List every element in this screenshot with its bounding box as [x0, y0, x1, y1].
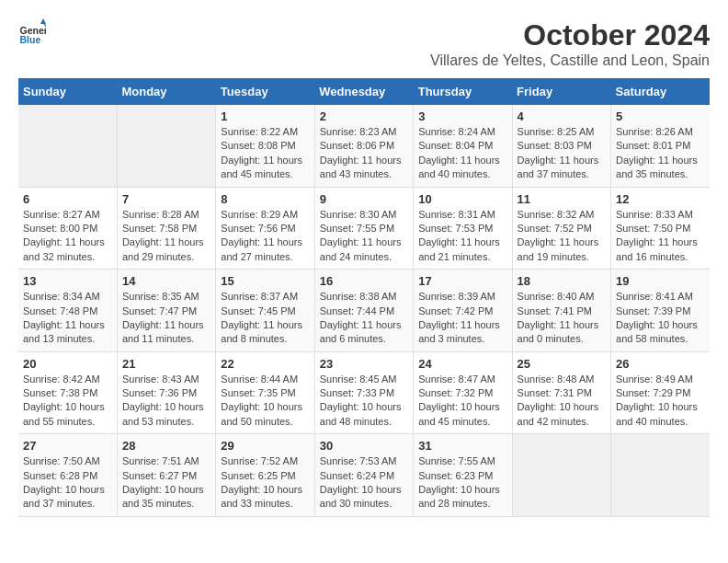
calendar-cell: 14Sunrise: 8:35 AMSunset: 7:47 PMDayligh… [117, 270, 215, 352]
day-number: 11 [518, 192, 606, 206]
month-title: October 2024 [430, 18, 710, 52]
day-number: 12 [616, 192, 705, 206]
calendar-cell: 7Sunrise: 8:28 AMSunset: 7:58 PMDaylight… [117, 187, 215, 270]
cell-info: Sunrise: 8:38 AMSunset: 7:44 PMDaylight:… [320, 290, 408, 347]
location-subtitle: Villares de Yeltes, Castille and Leon, S… [430, 52, 710, 69]
day-number: 19 [616, 274, 705, 288]
day-number: 6 [23, 192, 112, 206]
cell-info: Sunrise: 8:25 AMSunset: 8:03 PMDaylight:… [518, 125, 606, 182]
cell-info: Sunrise: 8:39 AMSunset: 7:42 PMDaylight:… [418, 290, 506, 347]
cell-info: Sunrise: 8:31 AMSunset: 7:53 PMDaylight:… [418, 208, 506, 265]
weekday-header-row: SundayMondayTuesdayWednesdayThursdayFrid… [18, 78, 710, 105]
day-number: 2 [320, 109, 408, 123]
cell-info: Sunrise: 8:35 AMSunset: 7:47 PMDaylight:… [122, 290, 210, 347]
day-number: 15 [221, 274, 309, 288]
calendar-cell: 11Sunrise: 8:32 AMSunset: 7:52 PMDayligh… [512, 187, 610, 270]
logo-icon: General Blue [18, 18, 46, 46]
title-block: October 2024 Villares de Yeltes, Castill… [430, 18, 710, 69]
cell-info: Sunrise: 8:37 AMSunset: 7:45 PMDaylight:… [221, 290, 309, 347]
cell-info: Sunrise: 7:51 AMSunset: 6:27 PMDaylight:… [122, 454, 210, 511]
day-number: 26 [616, 357, 705, 371]
cell-info: Sunrise: 8:32 AMSunset: 7:52 PMDaylight:… [518, 208, 606, 265]
weekday-header-wednesday: Wednesday [314, 78, 413, 105]
logo: General Blue [18, 18, 46, 46]
calendar-cell: 2Sunrise: 8:23 AMSunset: 8:06 PMDaylight… [314, 105, 413, 187]
calendar-cell [512, 434, 610, 517]
day-number: 27 [23, 439, 112, 453]
day-number: 13 [23, 274, 112, 288]
cell-info: Sunrise: 8:30 AMSunset: 7:55 PMDaylight:… [320, 208, 408, 265]
weekday-header-monday: Monday [117, 78, 215, 105]
day-number: 5 [616, 109, 705, 123]
calendar-cell [611, 434, 710, 517]
calendar-cell: 10Sunrise: 8:31 AMSunset: 7:53 PMDayligh… [414, 187, 512, 270]
calendar-cell: 13Sunrise: 8:34 AMSunset: 7:48 PMDayligh… [18, 270, 117, 352]
weekday-header-friday: Friday [512, 78, 610, 105]
weekday-header-thursday: Thursday [414, 78, 512, 105]
calendar-week-row: 6Sunrise: 8:27 AMSunset: 8:00 PMDaylight… [18, 187, 710, 270]
calendar-week-row: 13Sunrise: 8:34 AMSunset: 7:48 PMDayligh… [18, 270, 710, 352]
weekday-header-sunday: Sunday [18, 78, 117, 105]
cell-info: Sunrise: 7:53 AMSunset: 6:24 PMDaylight:… [320, 454, 408, 511]
svg-text:Blue: Blue [20, 34, 41, 45]
calendar-cell: 12Sunrise: 8:33 AMSunset: 7:50 PMDayligh… [611, 187, 710, 270]
day-number: 28 [122, 439, 210, 453]
cell-info: Sunrise: 8:48 AMSunset: 7:31 PMDaylight:… [518, 373, 606, 430]
calendar-cell: 23Sunrise: 8:45 AMSunset: 7:33 PMDayligh… [314, 351, 413, 434]
cell-info: Sunrise: 7:55 AMSunset: 6:23 PMDaylight:… [418, 454, 506, 511]
day-number: 9 [320, 192, 408, 206]
calendar-cell: 25Sunrise: 8:48 AMSunset: 7:31 PMDayligh… [512, 351, 610, 434]
cell-info: Sunrise: 8:34 AMSunset: 7:48 PMDaylight:… [23, 290, 112, 347]
cell-info: Sunrise: 8:27 AMSunset: 8:00 PMDaylight:… [23, 208, 112, 265]
day-number: 16 [320, 274, 408, 288]
calendar-cell: 8Sunrise: 8:29 AMSunset: 7:56 PMDaylight… [216, 187, 314, 270]
page-header: General Blue October 2024 Villares de Ye… [18, 18, 710, 69]
cell-info: Sunrise: 8:45 AMSunset: 7:33 PMDaylight:… [320, 373, 408, 430]
calendar-cell: 22Sunrise: 8:44 AMSunset: 7:35 PMDayligh… [216, 351, 314, 434]
svg-marker-2 [40, 18, 46, 24]
calendar-cell: 9Sunrise: 8:30 AMSunset: 7:55 PMDaylight… [314, 187, 413, 270]
calendar-cell: 3Sunrise: 8:24 AMSunset: 8:04 PMDaylight… [414, 105, 512, 187]
calendar-cell: 6Sunrise: 8:27 AMSunset: 8:00 PMDaylight… [18, 187, 117, 270]
day-number: 8 [221, 192, 309, 206]
day-number: 30 [320, 439, 408, 453]
calendar-cell: 27Sunrise: 7:50 AMSunset: 6:28 PMDayligh… [18, 434, 117, 517]
cell-info: Sunrise: 8:23 AMSunset: 8:06 PMDaylight:… [320, 125, 408, 182]
cell-info: Sunrise: 8:28 AMSunset: 7:58 PMDaylight:… [122, 208, 210, 265]
cell-info: Sunrise: 8:49 AMSunset: 7:29 PMDaylight:… [616, 373, 705, 430]
calendar-cell: 30Sunrise: 7:53 AMSunset: 6:24 PMDayligh… [314, 434, 413, 517]
day-number: 18 [518, 274, 606, 288]
day-number: 7 [122, 192, 210, 206]
calendar-cell: 20Sunrise: 8:42 AMSunset: 7:38 PMDayligh… [18, 351, 117, 434]
calendar-cell: 24Sunrise: 8:47 AMSunset: 7:32 PMDayligh… [414, 351, 512, 434]
cell-info: Sunrise: 8:41 AMSunset: 7:39 PMDaylight:… [616, 290, 705, 347]
day-number: 24 [418, 357, 506, 371]
calendar-cell: 19Sunrise: 8:41 AMSunset: 7:39 PMDayligh… [611, 270, 710, 352]
day-number: 3 [418, 109, 506, 123]
day-number: 4 [518, 109, 606, 123]
day-number: 20 [23, 357, 112, 371]
day-number: 25 [518, 357, 606, 371]
weekday-header-tuesday: Tuesday [216, 78, 314, 105]
cell-info: Sunrise: 8:44 AMSunset: 7:35 PMDaylight:… [221, 373, 309, 430]
calendar-cell: 1Sunrise: 8:22 AMSunset: 8:08 PMDaylight… [216, 105, 314, 187]
day-number: 23 [320, 357, 408, 371]
day-number: 31 [418, 439, 506, 453]
day-number: 22 [221, 357, 309, 371]
cell-info: Sunrise: 8:22 AMSunset: 8:08 PMDaylight:… [221, 125, 309, 182]
day-number: 21 [122, 357, 210, 371]
calendar-cell: 18Sunrise: 8:40 AMSunset: 7:41 PMDayligh… [512, 270, 610, 352]
day-number: 14 [122, 274, 210, 288]
calendar-week-row: 27Sunrise: 7:50 AMSunset: 6:28 PMDayligh… [18, 434, 710, 517]
calendar-table: SundayMondayTuesdayWednesdayThursdayFrid… [18, 78, 710, 517]
calendar-cell: 31Sunrise: 7:55 AMSunset: 6:23 PMDayligh… [414, 434, 512, 517]
calendar-cell: 28Sunrise: 7:51 AMSunset: 6:27 PMDayligh… [117, 434, 215, 517]
calendar-cell: 29Sunrise: 7:52 AMSunset: 6:25 PMDayligh… [216, 434, 314, 517]
calendar-cell [117, 105, 215, 187]
day-number: 10 [418, 192, 506, 206]
calendar-cell: 17Sunrise: 8:39 AMSunset: 7:42 PMDayligh… [414, 270, 512, 352]
cell-info: Sunrise: 7:50 AMSunset: 6:28 PMDaylight:… [23, 454, 112, 511]
cell-info: Sunrise: 8:24 AMSunset: 8:04 PMDaylight:… [418, 125, 506, 182]
day-number: 29 [221, 439, 309, 453]
day-number: 1 [221, 109, 309, 123]
